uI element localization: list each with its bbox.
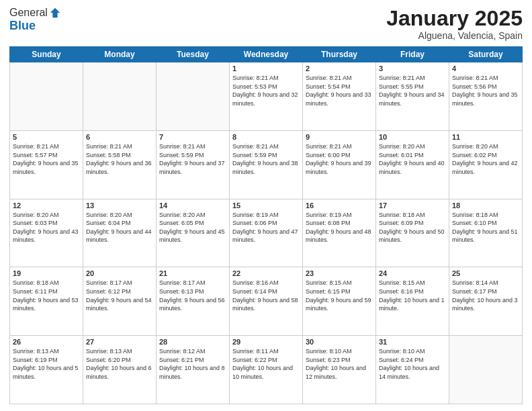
day-info: Sunrise: 8:20 AM Sunset: 6:03 PM Dayligh… [13, 211, 80, 244]
day-info: Sunrise: 8:19 AM Sunset: 6:06 PM Dayligh… [232, 211, 300, 244]
calendar-cell: 20Sunrise: 8:17 AM Sunset: 6:12 PM Dayli… [83, 267, 157, 336]
day-number: 29 [232, 338, 300, 346]
svg-marker-0 [50, 8, 60, 17]
day-info: Sunrise: 8:20 AM Sunset: 6:05 PM Dayligh… [159, 211, 226, 244]
day-info: Sunrise: 8:10 AM Sunset: 6:23 PM Dayligh… [306, 347, 373, 381]
calendar-cell: 2Sunrise: 8:21 AM Sunset: 5:54 PM Daylig… [303, 62, 376, 131]
logo-blue: Blue [9, 19, 61, 33]
day-info: Sunrise: 8:21 AM Sunset: 5:56 PM Dayligh… [452, 74, 519, 107]
calendar-cell [157, 62, 230, 131]
day-info: Sunrise: 8:18 AM Sunset: 6:11 PM Dayligh… [13, 279, 80, 312]
calendar-cell [10, 62, 83, 131]
calendar-cell: 21Sunrise: 8:17 AM Sunset: 6:13 PM Dayli… [157, 267, 230, 336]
calendar-cell: 31Sunrise: 8:10 AM Sunset: 6:24 PM Dayli… [376, 336, 449, 404]
day-info: Sunrise: 8:16 AM Sunset: 6:14 PM Dayligh… [232, 279, 300, 312]
calendar-cell: 25Sunrise: 8:14 AM Sunset: 6:17 PM Dayli… [449, 267, 523, 336]
day-info: Sunrise: 8:21 AM Sunset: 5:53 PM Dayligh… [232, 74, 300, 107]
day-number: 7 [159, 133, 226, 141]
day-info: Sunrise: 8:21 AM Sunset: 5:59 PM Dayligh… [159, 142, 226, 176]
calendar-cell: 15Sunrise: 8:19 AM Sunset: 6:06 PM Dayli… [230, 199, 303, 267]
calendar-subtitle: Alguena, Valencia, Spain [386, 30, 523, 41]
day-info: Sunrise: 8:15 AM Sunset: 6:16 PM Dayligh… [379, 279, 446, 312]
weekday-header-thursday: Thursday [303, 47, 376, 62]
calendar-cell [83, 62, 157, 131]
day-number: 27 [86, 338, 153, 346]
calendar-cell: 10Sunrise: 8:20 AM Sunset: 6:01 PM Dayli… [376, 130, 449, 199]
day-info: Sunrise: 8:21 AM Sunset: 5:54 PM Dayligh… [306, 74, 373, 107]
calendar-cell: 24Sunrise: 8:15 AM Sunset: 6:16 PM Dayli… [376, 267, 449, 336]
calendar-cell: 13Sunrise: 8:20 AM Sunset: 6:04 PM Dayli… [83, 199, 157, 267]
day-number: 8 [232, 133, 300, 141]
day-info: Sunrise: 8:18 AM Sunset: 6:09 PM Dayligh… [379, 211, 446, 244]
day-number: 24 [379, 269, 446, 277]
title-block: January 2025 Alguena, Valencia, Spain [386, 7, 523, 41]
calendar-cell: 19Sunrise: 8:18 AM Sunset: 6:11 PM Dayli… [10, 267, 83, 336]
day-info: Sunrise: 8:20 AM Sunset: 6:01 PM Dayligh… [379, 142, 446, 176]
calendar-cell: 8Sunrise: 8:21 AM Sunset: 5:59 PM Daylig… [230, 130, 303, 199]
day-info: Sunrise: 8:20 AM Sunset: 6:02 PM Dayligh… [452, 142, 519, 176]
calendar-cell: 22Sunrise: 8:16 AM Sunset: 6:14 PM Dayli… [230, 267, 303, 336]
calendar-cell: 6Sunrise: 8:21 AM Sunset: 5:58 PM Daylig… [83, 130, 157, 199]
day-info: Sunrise: 8:13 AM Sunset: 6:19 PM Dayligh… [13, 347, 80, 381]
header: General Blue January 2025 Alguena, Valen… [9, 7, 523, 41]
weekday-header-sunday: Sunday [10, 47, 83, 62]
calendar-cell: 16Sunrise: 8:19 AM Sunset: 6:08 PM Dayli… [303, 199, 376, 267]
calendar-cell: 29Sunrise: 8:11 AM Sunset: 6:22 PM Dayli… [230, 336, 303, 404]
calendar-cell: 28Sunrise: 8:12 AM Sunset: 6:21 PM Dayli… [157, 336, 230, 404]
day-number: 2 [306, 64, 373, 73]
day-number: 30 [306, 338, 373, 346]
calendar-cell: 27Sunrise: 8:13 AM Sunset: 6:20 PM Dayli… [83, 336, 157, 404]
calendar-title: January 2025 [386, 7, 523, 30]
day-number: 16 [306, 201, 373, 210]
logo-icon [49, 7, 61, 19]
day-number: 12 [13, 201, 80, 210]
day-number: 23 [306, 269, 373, 277]
weekday-header-tuesday: Tuesday [157, 47, 230, 62]
page: General Blue January 2025 Alguena, Valen… [0, 0, 532, 411]
day-info: Sunrise: 8:21 AM Sunset: 5:59 PM Dayligh… [232, 142, 300, 176]
day-number: 25 [452, 269, 519, 277]
week-row-2: 12Sunrise: 8:20 AM Sunset: 6:03 PM Dayli… [10, 199, 523, 267]
day-number: 9 [306, 133, 373, 141]
week-row-1: 5Sunrise: 8:21 AM Sunset: 5:57 PM Daylig… [10, 130, 523, 199]
calendar-cell: 18Sunrise: 8:18 AM Sunset: 6:10 PM Dayli… [449, 199, 523, 267]
week-row-4: 26Sunrise: 8:13 AM Sunset: 6:19 PM Dayli… [10, 336, 523, 404]
day-number: 1 [232, 64, 300, 73]
calendar-cell: 3Sunrise: 8:21 AM Sunset: 5:55 PM Daylig… [376, 62, 449, 131]
day-number: 4 [452, 64, 519, 73]
calendar-cell: 1Sunrise: 8:21 AM Sunset: 5:53 PM Daylig… [230, 62, 303, 131]
calendar-cell: 26Sunrise: 8:13 AM Sunset: 6:19 PM Dayli… [10, 336, 83, 404]
calendar-table: SundayMondayTuesdayWednesdayThursdayFrid… [9, 46, 523, 404]
day-number: 6 [86, 133, 153, 141]
day-info: Sunrise: 8:12 AM Sunset: 6:21 PM Dayligh… [159, 347, 226, 381]
calendar-cell: 9Sunrise: 8:21 AM Sunset: 6:00 PM Daylig… [303, 130, 376, 199]
calendar-cell: 14Sunrise: 8:20 AM Sunset: 6:05 PM Dayli… [157, 199, 230, 267]
day-number: 17 [379, 201, 446, 210]
day-info: Sunrise: 8:11 AM Sunset: 6:22 PM Dayligh… [232, 347, 300, 381]
day-number: 26 [13, 338, 80, 346]
day-number: 18 [452, 201, 519, 210]
day-number: 28 [159, 338, 226, 346]
weekday-header-wednesday: Wednesday [230, 47, 303, 62]
day-number: 22 [232, 269, 300, 277]
day-number: 20 [86, 269, 153, 277]
day-info: Sunrise: 8:20 AM Sunset: 6:04 PM Dayligh… [86, 211, 153, 244]
calendar-cell: 4Sunrise: 8:21 AM Sunset: 5:56 PM Daylig… [449, 62, 523, 131]
day-info: Sunrise: 8:19 AM Sunset: 6:08 PM Dayligh… [306, 211, 373, 244]
day-number: 10 [379, 133, 446, 141]
calendar-cell: 12Sunrise: 8:20 AM Sunset: 6:03 PM Dayli… [10, 199, 83, 267]
day-info: Sunrise: 8:21 AM Sunset: 5:58 PM Dayligh… [86, 142, 153, 176]
calendar-cell: 11Sunrise: 8:20 AM Sunset: 6:02 PM Dayli… [449, 130, 523, 199]
calendar-cell: 5Sunrise: 8:21 AM Sunset: 5:57 PM Daylig… [10, 130, 83, 199]
calendar-cell [449, 336, 523, 404]
day-number: 14 [159, 201, 226, 210]
day-info: Sunrise: 8:17 AM Sunset: 6:12 PM Dayligh… [86, 279, 153, 312]
calendar-cell: 23Sunrise: 8:15 AM Sunset: 6:15 PM Dayli… [303, 267, 376, 336]
day-number: 19 [13, 269, 80, 277]
week-row-3: 19Sunrise: 8:18 AM Sunset: 6:11 PM Dayli… [10, 267, 523, 336]
logo-general: General [9, 7, 48, 19]
calendar-cell: 17Sunrise: 8:18 AM Sunset: 6:09 PM Dayli… [376, 199, 449, 267]
day-number: 15 [232, 201, 300, 210]
day-number: 5 [13, 133, 80, 141]
day-number: 13 [86, 201, 153, 210]
